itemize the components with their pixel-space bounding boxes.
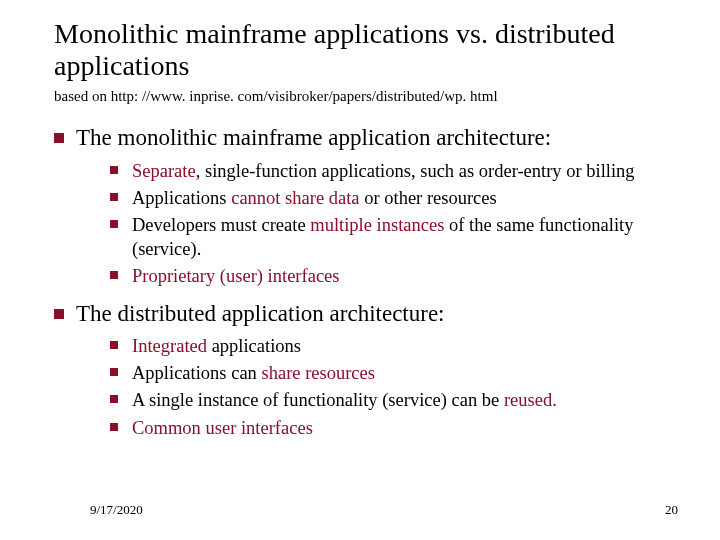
list-item: Developers must create multiple instance… (110, 213, 666, 261)
list-item: Integrated applications (110, 334, 666, 358)
bullet-icon (54, 309, 64, 319)
list-item: Common user interfaces (110, 416, 666, 440)
bullet-icon (110, 220, 118, 228)
bullet-icon (110, 166, 118, 174)
list-item-text: Integrated applications (132, 334, 301, 358)
list-item-text: Applications cannot share data or other … (132, 186, 497, 210)
list-item: Proprietary (user) interfaces (110, 264, 666, 288)
list-item: Applications cannot share data or other … (110, 186, 666, 210)
list-item-text: Developers must create multiple instance… (132, 213, 666, 261)
list-item-text: Separate, single-function applications, … (132, 159, 635, 183)
slide: Monolithic mainframe applications vs. di… (0, 0, 720, 540)
bullet-icon (110, 395, 118, 403)
footer-page-number: 20 (665, 502, 678, 518)
slide-subtitle: based on http: //www. inprise. com/visib… (54, 88, 666, 105)
bullet-list: Separate, single-function applications, … (54, 159, 666, 288)
bullet-icon (110, 193, 118, 201)
list-item-text: Applications can share resources (132, 361, 375, 385)
bullet-icon (54, 133, 64, 143)
section-heading: The monolithic mainframe application arc… (76, 123, 551, 153)
section-heading-row: The distributed application architecture… (54, 299, 666, 329)
section-heading: The distributed application architecture… (76, 299, 445, 329)
section-heading-row: The monolithic mainframe application arc… (54, 123, 666, 153)
bullet-list: Integrated applications Applications can… (54, 334, 666, 439)
list-item: Applications can share resources (110, 361, 666, 385)
bullet-icon (110, 423, 118, 431)
bullet-icon (110, 368, 118, 376)
list-item: Separate, single-function applications, … (110, 159, 666, 183)
bullet-icon (110, 271, 118, 279)
slide-title: Monolithic mainframe applications vs. di… (54, 18, 666, 82)
bullet-icon (110, 341, 118, 349)
list-item-text: Proprietary (user) interfaces (132, 264, 340, 288)
list-item-text: Common user interfaces (132, 416, 313, 440)
list-item-text: A single instance of functionality (serv… (132, 388, 557, 412)
list-item: A single instance of functionality (serv… (110, 388, 666, 412)
footer-date: 9/17/2020 (90, 502, 143, 518)
